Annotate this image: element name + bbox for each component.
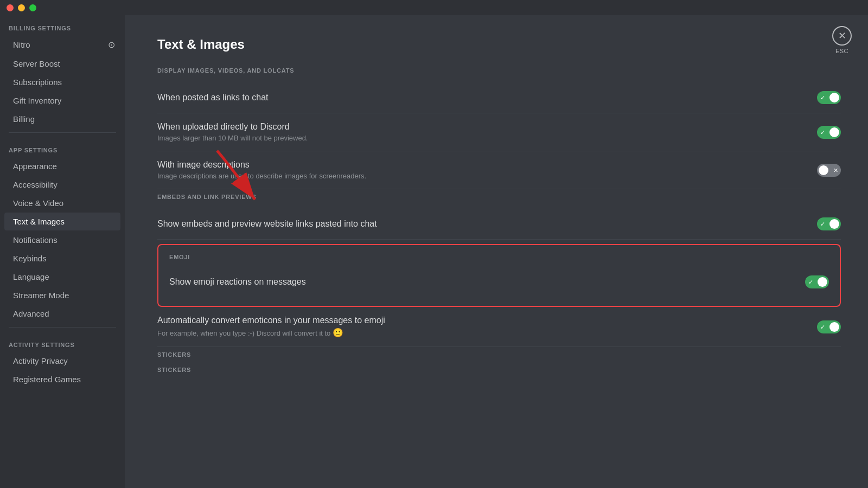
sidebar-item-nitro[interactable]: Nitro⊙ [4, 35, 120, 54]
setting-label-with-image-descriptions: With image descriptions [157, 160, 806, 170]
setting-label-when-uploaded-discord: When uploaded directly to Discord [157, 122, 806, 132]
minimize-traffic-light[interactable] [18, 4, 25, 11]
close-traffic-light[interactable] [7, 4, 14, 11]
emoji-highlighted-section: EMOJIShow emoji reactions on messages✓ [157, 244, 841, 307]
sidebar-item-notifications[interactable]: Notifications [4, 231, 120, 249]
sidebar-item-subscriptions[interactable]: Subscriptions [4, 73, 120, 91]
setting-text-when-uploaded-discord: When uploaded directly to DiscordImages … [157, 122, 806, 142]
sidebar-item-gift-inventory[interactable]: Gift Inventory [4, 92, 120, 110]
setting-desc-when-uploaded-discord: Images larger than 10 MB will not be pre… [157, 134, 806, 142]
section-header-embeds: EMBEDS AND LINK PREVIEWS [157, 194, 841, 200]
toggle-knob-when-uploaded-discord [829, 127, 839, 137]
setting-desc-auto-convert-emoticons: For example, when you type :-) Discord w… [157, 328, 806, 338]
page-title: Text & Images [157, 37, 841, 52]
sidebar-label-registered-games: Registered Games [13, 375, 81, 384]
sidebar-item-activity-privacy[interactable]: Activity Privacy [4, 352, 120, 370]
settings-container: DISPLAY IMAGES, VIDEOS, AND LOLCATSWhen … [157, 67, 841, 373]
sidebar-label-voice-video: Voice & Video [13, 198, 63, 208]
sidebar-item-keybinds[interactable]: Keybinds [4, 249, 120, 267]
setting-row-show-embeds: Show embeds and preview website links pa… [157, 209, 841, 240]
sidebar-label-nitro: Nitro [13, 40, 30, 49]
setting-label-when-posted-links: When posted as links to chat [157, 93, 806, 102]
sidebar-item-language[interactable]: Language [4, 268, 120, 286]
sidebar-item-accessibility[interactable]: Accessibility [4, 176, 120, 194]
toggle-knob-with-image-descriptions [819, 165, 828, 175]
sidebar-label-text-images: Text & Images [13, 217, 65, 226]
sidebar-label-notifications: Notifications [13, 235, 58, 245]
emoji-section-header: EMOJI [169, 254, 829, 260]
toggle-when-uploaded-discord[interactable]: ✓ [817, 126, 841, 139]
setting-text-when-posted-links: When posted as links to chat [157, 93, 806, 102]
toggle-with-image-descriptions[interactable]: ✕ [817, 164, 841, 177]
sidebar-section-header-1: APP SETTINGS [0, 137, 125, 157]
toggle-check-show-emoji-reactions: ✓ [808, 279, 813, 286]
toggle-knob-show-embeds [829, 219, 839, 229]
sidebar-label-accessibility: Accessibility [13, 180, 58, 189]
sidebar-item-server-boost[interactable]: Server Boost [4, 55, 120, 73]
setting-text-with-image-descriptions: With image descriptionsImage description… [157, 160, 806, 180]
toggle-check-when-posted-links: ✓ [820, 94, 825, 101]
sidebar-label-appearance: Appearance [13, 162, 57, 171]
sidebar-label-server-boost: Server Boost [13, 59, 60, 68]
toggle-knob-auto-convert-emoticons [829, 322, 839, 332]
section-header-display-images: DISPLAY IMAGES, VIDEOS, AND LOLCATS [157, 67, 841, 74]
sidebar-section-header-2: ACTIVITY SETTINGS [0, 332, 125, 351]
content-area: ✕ ESC Text & Images DISPLAY IMAGES, VIDE… [125, 15, 868, 488]
sidebar: BILLING SETTINGSNitro⊙Server BoostSubscr… [0, 15, 125, 488]
setting-desc-with-image-descriptions: Image descriptions are used to describe … [157, 172, 806, 180]
title-bar [0, 0, 868, 15]
sidebar-label-language: Language [13, 272, 49, 281]
sidebar-section-header-0: BILLING SETTINGS [0, 15, 125, 35]
nitro-icon: ⊙ [108, 40, 115, 50]
toggle-auto-convert-emoticons[interactable]: ✓ [817, 320, 841, 333]
toggle-check-show-embeds: ✓ [820, 221, 825, 228]
sidebar-divider-0 [9, 132, 116, 133]
sidebar-item-registered-games[interactable]: Registered Games [4, 370, 120, 388]
setting-text-show-embeds: Show embeds and preview website links pa… [157, 219, 806, 229]
sidebar-item-advanced[interactable]: Advanced [4, 305, 120, 323]
close-button[interactable]: ✕ ESC [832, 26, 852, 54]
setting-row-when-uploaded-discord: When uploaded directly to DiscordImages … [157, 113, 841, 151]
sidebar-divider-1 [9, 327, 116, 328]
sidebar-label-keybinds: Keybinds [13, 254, 47, 263]
sidebar-item-billing[interactable]: Billing [4, 110, 120, 128]
setting-row-auto-convert-emoticons: Automatically convert emoticons in your … [157, 307, 841, 347]
setting-text-show-emoji-reactions: Show emoji reactions on messages [169, 277, 794, 287]
setting-row-when-posted-links: When posted as links to chat✓ [157, 82, 841, 113]
sidebar-label-streamer-mode: Streamer Mode [13, 291, 69, 300]
sidebar-label-gift-inventory: Gift Inventory [13, 96, 61, 105]
sidebar-item-streamer-mode[interactable]: Streamer Mode [4, 286, 120, 304]
setting-label-show-emoji-reactions: Show emoji reactions on messages [169, 277, 794, 287]
toggle-when-posted-links[interactable]: ✓ [817, 91, 841, 104]
toggle-show-embeds[interactable]: ✓ [817, 217, 841, 230]
close-circle[interactable]: ✕ [832, 26, 852, 46]
setting-text-auto-convert-emoticons: Automatically convert emoticons in your … [157, 316, 806, 338]
sidebar-item-voice-video[interactable]: Voice & Video [4, 194, 120, 212]
sidebar-label-billing: Billing [13, 114, 35, 124]
setting-label-auto-convert-emoticons: Automatically convert emoticons in your … [157, 316, 806, 325]
section-header-stickers: STICKERS [157, 367, 841, 373]
sidebar-item-appearance[interactable]: Appearance [4, 157, 120, 175]
setting-row-with-image-descriptions: With image descriptionsImage description… [157, 151, 841, 189]
sidebar-item-text-images[interactable]: Text & Images [4, 213, 120, 230]
toggle-knob-show-emoji-reactions [818, 277, 827, 287]
esc-label: ESC [835, 48, 848, 54]
sidebar-label-activity-privacy: Activity Privacy [13, 356, 68, 365]
sidebar-label-advanced: Advanced [13, 309, 49, 318]
sidebar-label-subscriptions: Subscriptions [13, 78, 62, 87]
setting-row-show-emoji-reactions: Show emoji reactions on messages✓ [169, 267, 829, 297]
toggle-check-when-uploaded-discord: ✓ [820, 129, 825, 136]
app-body: BILLING SETTINGSNitro⊙Server BoostSubscr… [0, 15, 868, 488]
section-header-stickers: STICKERS [157, 351, 841, 358]
setting-label-show-embeds: Show embeds and preview website links pa… [157, 219, 806, 229]
toggle-show-emoji-reactions[interactable]: ✓ [805, 275, 829, 288]
toggle-x-with-image-descriptions: ✕ [833, 166, 838, 174]
toggle-knob-when-posted-links [829, 93, 839, 102]
maximize-traffic-light[interactable] [29, 4, 36, 11]
toggle-check-auto-convert-emoticons: ✓ [820, 323, 825, 330]
